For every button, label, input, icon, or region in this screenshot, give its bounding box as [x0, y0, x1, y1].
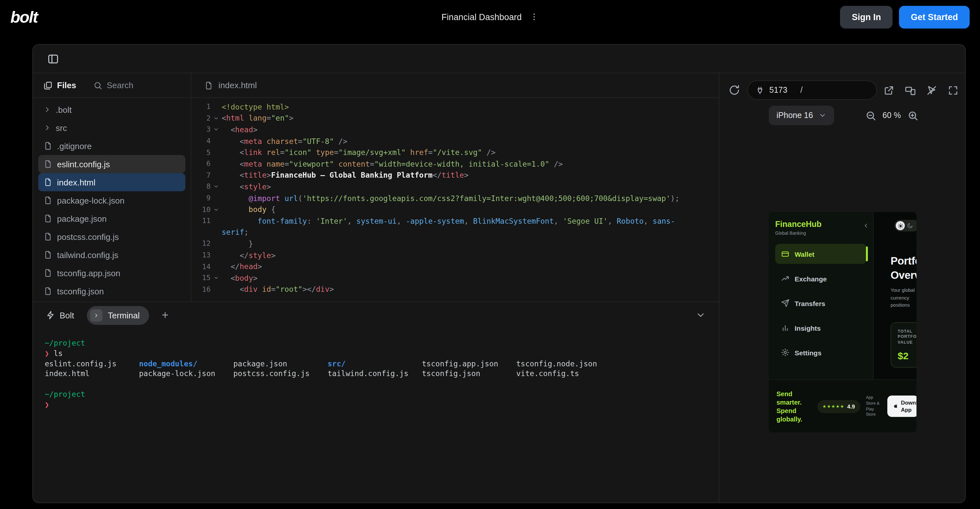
- file-name: tsconfig.app.json: [57, 268, 120, 278]
- preview-nav-insights[interactable]: Insights: [775, 318, 867, 338]
- file-name: tailwind.config.js: [57, 250, 118, 260]
- portfolio-card-value: $2: [898, 350, 916, 361]
- theme-toggle[interactable]: [894, 220, 916, 231]
- files-icon: [43, 81, 52, 90]
- reload-icon[interactable]: [729, 84, 740, 96]
- file-icon: [43, 232, 52, 241]
- fullscreen-icon[interactable]: [948, 85, 959, 96]
- terminal-output[interactable]: ~/project❯ lseslint.config.jsnode_module…: [33, 328, 719, 503]
- device-selector[interactable]: iPhone 16: [769, 106, 835, 125]
- preview-url-bar[interactable]: 5173 /: [747, 80, 877, 100]
- chevron-right-icon: [43, 124, 51, 132]
- chevron-down-icon: [819, 112, 827, 119]
- topbar-actions: Sign In Get Started: [840, 5, 970, 28]
- editor-tab-label: index.html: [218, 80, 257, 90]
- add-terminal-button[interactable]: +: [162, 309, 169, 321]
- file-tree-file-index.html[interactable]: index.html: [38, 173, 185, 191]
- code-line: 12 }: [191, 238, 719, 249]
- file-tree-file-postcss.config.js[interactable]: postcss.config.js: [38, 228, 185, 246]
- sidebar-toggle-icon[interactable]: [47, 53, 59, 64]
- collapse-sidebar-icon[interactable]: [863, 222, 869, 229]
- preview-nav-settings[interactable]: Settings: [775, 342, 867, 362]
- file-name: postcss.config.js: [57, 232, 119, 241]
- terminal-tab[interactable]: Terminal: [87, 306, 149, 324]
- line-number: 12: [191, 239, 211, 248]
- file-icon: [43, 268, 52, 278]
- files-tab[interactable]: Files: [43, 80, 76, 90]
- kebab-menu-icon[interactable]: [530, 12, 539, 21]
- line-number: 14: [191, 262, 211, 271]
- file-tree-file-tsconfig.app.json[interactable]: tsconfig.app.json: [38, 264, 185, 282]
- bolt-terminal-tab[interactable]: Bolt: [46, 310, 74, 320]
- moon-icon: [907, 222, 913, 229]
- file-tree-file-package-lock.json[interactable]: package-lock.json: [38, 191, 185, 209]
- rating-badge: ★★★★★ 4.9: [817, 400, 860, 413]
- fold-chevron-icon[interactable]: [211, 115, 222, 121]
- code-line: 9 @import url('https://fonts.googleapis.…: [191, 193, 719, 204]
- nav-label: Wallet: [795, 250, 815, 258]
- download-app-button[interactable]: Download App: [887, 396, 916, 417]
- code-line: 14 </head>: [191, 261, 719, 272]
- terminal-line: [45, 379, 707, 390]
- file-tree-file-tsconfig.json[interactable]: tsconfig.json: [38, 282, 185, 300]
- file-name: .gitignore: [57, 141, 92, 151]
- bolt-tab-label: Bolt: [60, 310, 74, 320]
- fold-chevron-icon[interactable]: [211, 206, 222, 212]
- lightning-icon: [46, 311, 55, 320]
- apple-icon: [892, 403, 898, 409]
- search-tab[interactable]: Search: [93, 80, 133, 90]
- zoom-level: 60 %: [883, 111, 901, 120]
- code-editor[interactable]: 1<!doctype html>2<html lang="en">3 <head…: [191, 98, 719, 302]
- inspector-icon[interactable]: [926, 85, 937, 96]
- url-path: /: [800, 86, 803, 95]
- fold-chevron-icon[interactable]: [211, 275, 222, 281]
- fold-chevron-icon[interactable]: [211, 127, 222, 132]
- file-name: eslint.config.js: [57, 159, 110, 169]
- code-line: 6 <meta name="viewport" content="width=d…: [191, 158, 719, 169]
- editor-tab-index-html[interactable]: index.html: [204, 80, 257, 90]
- preview-nav-wallet[interactable]: Wallet: [775, 244, 867, 264]
- file-tree: .boltsrc.gitignoreeslint.config.jsindex.…: [33, 98, 191, 302]
- preview-nav-transfers[interactable]: Transfers: [775, 293, 867, 313]
- get-started-button[interactable]: Get Started: [899, 5, 970, 28]
- preview-toolbar: 5173 /: [729, 80, 959, 101]
- send-icon: [781, 299, 789, 307]
- sign-in-button[interactable]: Sign In: [840, 5, 892, 28]
- terminal-line: eslint.config.jsnode_modules/package.jso…: [45, 359, 707, 369]
- bolt-logo[interactable]: bolt: [10, 8, 38, 26]
- preview-viewport[interactable]: FinanceHub Global Banking WalletExchange…: [769, 212, 916, 432]
- open-in-new-tab-icon[interactable]: [883, 85, 894, 96]
- line-number: 1: [191, 103, 211, 111]
- code-line: serif;: [191, 227, 719, 238]
- device-toggle-icon[interactable]: [905, 85, 916, 96]
- terminal-header: Bolt Terminal +: [33, 302, 719, 328]
- code-line: 16 <div id="root"></div>: [191, 284, 719, 295]
- file-tree-file-.gitignore[interactable]: .gitignore: [38, 137, 185, 155]
- file-tree-folder-src[interactable]: src: [38, 119, 185, 137]
- app-content: Portfolio Overview Your global currency …: [874, 212, 916, 379]
- code-line: 7 <title>FinanceHub — Global Banking Pla…: [191, 169, 719, 181]
- file-tree-file-eslint.config.js[interactable]: eslint.config.js: [38, 155, 185, 173]
- app-heading: Portfolio Overview: [891, 254, 916, 282]
- zoom-in-icon[interactable]: [907, 110, 918, 121]
- file-tree-folder-.bolt[interactable]: .bolt: [38, 101, 185, 119]
- stores-text: App Store & Play Store: [866, 395, 881, 418]
- file-tree-file-package.json[interactable]: package.json: [38, 209, 185, 228]
- line-number: 7: [191, 171, 211, 180]
- terminal-line: ~/project: [45, 338, 707, 349]
- terminal-line: ❯: [45, 400, 707, 410]
- code-line: 8 <style>: [191, 181, 719, 192]
- zoom-out-icon[interactable]: [865, 110, 876, 121]
- collapse-terminal-icon[interactable]: [695, 310, 706, 320]
- chevron-right-icon: [43, 106, 51, 113]
- fold-chevron-icon[interactable]: [211, 184, 222, 190]
- preview-app: FinanceHub Global Banking WalletExchange…: [769, 212, 916, 432]
- file-icon: [43, 287, 52, 296]
- file-tree-file-tailwind.config.js[interactable]: tailwind.config.js: [38, 246, 185, 264]
- preview-nav-exchange[interactable]: Exchange: [775, 268, 867, 289]
- page: bolt Financial Dashboard Sign In Get Sta…: [0, 0, 980, 509]
- search-label: Search: [107, 80, 133, 90]
- search-icon: [93, 81, 102, 90]
- file-icon: [43, 178, 52, 187]
- line-number: 6: [191, 160, 211, 168]
